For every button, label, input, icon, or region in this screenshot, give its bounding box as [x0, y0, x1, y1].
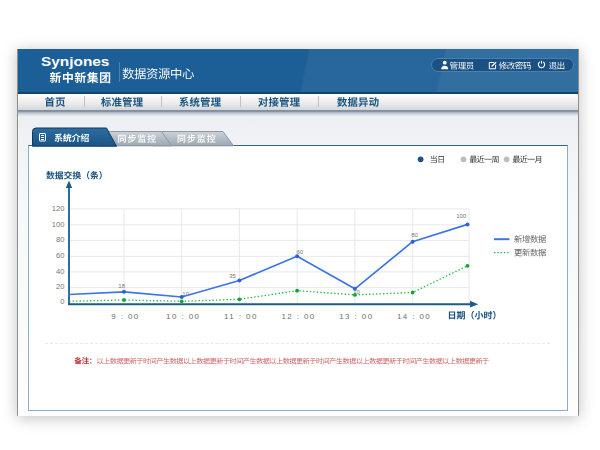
svg-text:60: 60 — [296, 249, 303, 255]
svg-text:80: 80 — [56, 235, 64, 244]
svg-text:12 : 00: 12 : 00 — [281, 312, 315, 321]
svg-text:0: 0 — [60, 297, 64, 306]
svg-text:11 : 00: 11 : 00 — [224, 312, 258, 321]
svg-text:20: 20 — [56, 282, 64, 291]
svg-text:10: 10 — [182, 291, 189, 297]
svg-text:120: 120 — [52, 204, 65, 213]
svg-text:10: 10 — [353, 289, 360, 295]
svg-text:80: 80 — [411, 232, 418, 238]
svg-text:35: 35 — [229, 273, 236, 279]
svg-text:18: 18 — [118, 283, 125, 289]
svg-text:40: 40 — [56, 267, 64, 276]
svg-text:60: 60 — [56, 251, 64, 260]
svg-text:13 : 00: 13 : 00 — [339, 312, 373, 321]
svg-text:Synjones: Synjones — [41, 54, 109, 69]
svg-text:100: 100 — [52, 220, 65, 229]
svg-text:9 : 00: 9 : 00 — [111, 312, 139, 321]
svg-text:100: 100 — [456, 213, 467, 219]
svg-text:10 : 00: 10 : 00 — [166, 312, 200, 321]
svg-text:14 : 00: 14 : 00 — [397, 312, 431, 321]
